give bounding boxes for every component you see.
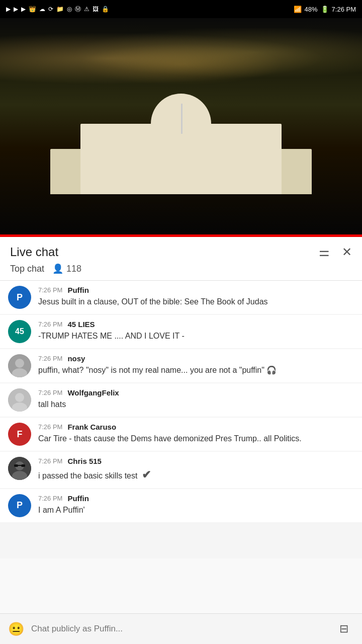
sync-icon: ⟳ xyxy=(48,6,53,13)
crown-icon: 👑 xyxy=(29,6,36,13)
msg-content-7: 7:26 PM Puffin I am A Puffin' xyxy=(38,494,354,516)
battery-percent: 48% xyxy=(305,6,318,13)
msg-content-3: 7:26 PM nosy puffin, what? "nosy" is not… xyxy=(38,354,354,376)
msg-author-5: Frank Caruso xyxy=(67,423,116,431)
avatar-puffin-2: P xyxy=(8,494,31,517)
msg-meta-4: 7:26 PM WolfgangFelix xyxy=(38,388,354,397)
viewer-count: 👤 118 xyxy=(52,263,81,274)
msg-text-4: tall hats xyxy=(38,399,354,410)
chat-message-2: 45 7:26 PM 45 LIES -TRUMP HATES ME .... … xyxy=(0,315,362,348)
checkmark-icon: ✔ xyxy=(142,468,151,481)
warn-icon: ⚠ xyxy=(84,6,89,13)
battery-icon: 🔋 xyxy=(321,6,329,13)
filter-icon[interactable]: ⚌ xyxy=(319,245,330,259)
avatar-frank-caruso: F xyxy=(8,423,31,446)
close-icon[interactable]: ✕ xyxy=(342,245,352,259)
msg-author-2: 45 LIES xyxy=(67,320,95,329)
video-thumbnail xyxy=(0,18,362,234)
lock-icon: 🔒 xyxy=(102,6,109,13)
msg-content-6: 7:26 PM Chris 515 i passed the basic ski… xyxy=(38,457,354,483)
msg-meta-5: 7:26 PM Frank Caruso xyxy=(38,423,354,431)
yt2-icon: ▶ xyxy=(21,6,26,13)
chat-message-3: 7:26 PM nosy puffin, what? "nosy" is not… xyxy=(0,349,362,382)
send-button[interactable]: ⊟ xyxy=(334,619,354,639)
chat-title: Live chat xyxy=(10,245,58,259)
img-icon: 🖼 xyxy=(93,6,99,13)
msg-author-7: Puffin xyxy=(67,494,89,503)
msg-time-7: 7:26 PM xyxy=(38,495,62,502)
msg-content-4: 7:26 PM WolfgangFelix tall hats xyxy=(38,388,354,410)
status-icons: ▶ ▶ ▶ 👑 ☁ ⟳ 📁 ◎ Ⓜ ⚠ 🖼 🔒 xyxy=(6,5,109,14)
msg-content-5: 7:26 PM Frank Caruso Car Tire - thats ca… xyxy=(38,423,354,444)
msg-text-1: Jesus built in a clause, OUT of the bibl… xyxy=(38,296,354,307)
chat-header: Live chat ⚌ ✕ Top chat 👤 118 xyxy=(0,237,362,281)
viewer-number: 118 xyxy=(66,264,81,274)
folder-icon: 📁 xyxy=(56,6,64,13)
avatar-wolfgangfelix xyxy=(8,388,31,412)
m-icon: Ⓜ xyxy=(75,5,81,14)
chat-message-1: P 7:26 PM Puffin Jesus built in a clause… xyxy=(0,281,362,314)
msg-author-4: WolfgangFelix xyxy=(67,388,119,397)
viewer-person-icon: 👤 xyxy=(52,263,63,274)
svg-point-1 xyxy=(15,359,24,368)
cloud-icon: ☁ xyxy=(39,6,45,13)
msg-meta-6: 7:26 PM Chris 515 xyxy=(38,457,354,465)
avatar-chris-515 xyxy=(8,457,31,480)
play-icon: ▶ xyxy=(6,6,11,13)
msg-content-2: 7:26 PM 45 LIES -TRUMP HATES ME .... AND… xyxy=(38,320,354,342)
yt-icon: ▶ xyxy=(14,6,18,13)
avatar-nosy xyxy=(8,354,31,377)
msg-author-3: nosy xyxy=(67,354,85,363)
msg-meta-2: 7:26 PM 45 LIES xyxy=(38,320,354,329)
svg-point-4 xyxy=(15,393,24,402)
msg-time-5: 7:26 PM xyxy=(38,423,62,431)
chat-message-4: 7:26 PM WolfgangFelix tall hats xyxy=(0,383,362,417)
chat-sub-row: Top chat 👤 118 xyxy=(10,263,352,280)
send-box-icon: ⊟ xyxy=(339,622,348,635)
avatar-45lies: 45 xyxy=(8,320,31,343)
flagpole xyxy=(181,104,183,134)
msg-author-1: Puffin xyxy=(67,286,89,294)
msg-text-2: -TRUMP HATES ME .... AND I LOVE IT - xyxy=(38,331,354,342)
chat-messages: P 7:26 PM Puffin Jesus built in a clause… xyxy=(0,281,362,558)
chat-header-icons: ⚌ ✕ xyxy=(319,245,352,259)
msg-author-6: Chris 515 xyxy=(67,457,102,465)
video-player[interactable] xyxy=(0,18,362,234)
msg-content-1: 7:26 PM Puffin Jesus built in a clause, … xyxy=(38,286,354,307)
msg-text-6: i passed the basic skills test ✔ xyxy=(38,467,354,483)
status-info: 📶 48% 🔋 7:26 PM xyxy=(294,6,356,13)
clock: 7:26 PM xyxy=(332,6,356,13)
msg-text-5: Car Tire - thats cause the Dems have dem… xyxy=(38,433,354,444)
svg-rect-10 xyxy=(21,464,25,467)
msg-text-3: puffin, what? "nosy" is not my real name… xyxy=(38,365,354,376)
chat-title-row: Live chat ⚌ ✕ xyxy=(10,245,352,259)
emoji-button[interactable]: 😐 xyxy=(8,621,24,637)
msg-meta-1: 7:26 PM Puffin xyxy=(38,286,354,294)
chat-message-6: 7:26 PM Chris 515 i passed the basic ski… xyxy=(0,452,362,488)
chat-message-5: F 7:26 PM Frank Caruso Car Tire - thats … xyxy=(0,418,362,451)
status-bar: ▶ ▶ ▶ 👑 ☁ ⟳ 📁 ◎ Ⓜ ⚠ 🖼 🔒 📶 48% 🔋 7:26 PM xyxy=(0,0,362,18)
city-lights-bg xyxy=(0,28,362,89)
msg-meta-7: 7:26 PM Puffin xyxy=(38,494,354,503)
svg-rect-9 xyxy=(14,464,18,467)
wifi-icon: 📶 xyxy=(294,6,302,13)
msg-time-4: 7:26 PM xyxy=(38,389,62,396)
msg-time-2: 7:26 PM xyxy=(38,320,62,328)
msg-time-3: 7:26 PM xyxy=(38,355,62,362)
msg-meta-3: 7:26 PM nosy xyxy=(38,354,354,363)
chat-message-7: P 7:26 PM Puffin I am A Puffin' xyxy=(0,489,362,522)
msg-text-7: I am A Puffin' xyxy=(38,505,354,516)
msg-time-6: 7:26 PM xyxy=(38,457,62,465)
chat-input[interactable] xyxy=(31,624,327,634)
avatar-puffin-1: P xyxy=(8,286,31,309)
circle-icon: ◎ xyxy=(67,6,72,13)
top-chat-label: Top chat xyxy=(10,264,44,274)
msg-time-1: 7:26 PM xyxy=(38,286,62,294)
chat-input-bar: 😐 ⊟ xyxy=(0,613,362,644)
